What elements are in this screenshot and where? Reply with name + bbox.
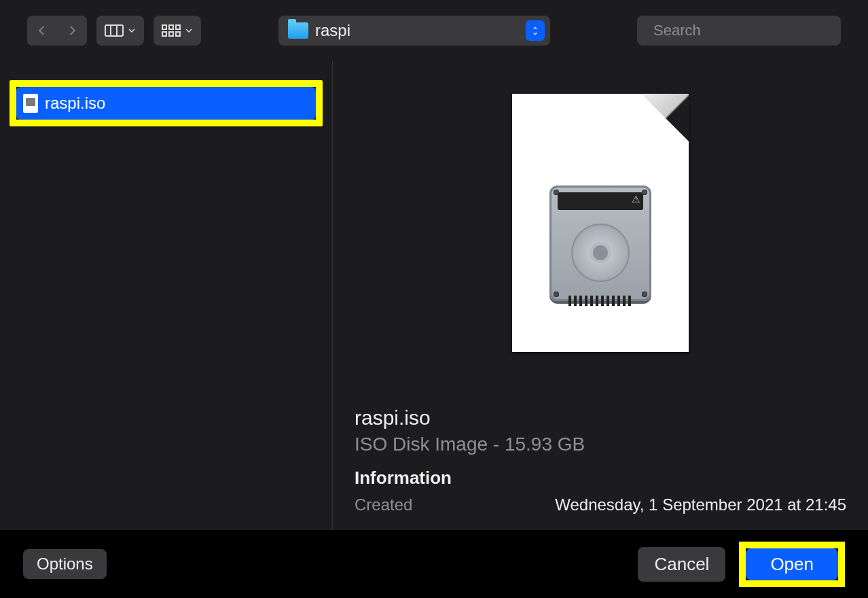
preview-filename: raspi.iso (355, 406, 846, 429)
svg-rect-6 (162, 32, 166, 36)
svg-rect-5 (176, 25, 180, 29)
chevron-right-icon (66, 24, 78, 37)
search-input[interactable] (653, 22, 840, 39)
folder-icon (288, 22, 308, 39)
svg-rect-4 (169, 25, 173, 29)
popup-indicator (526, 20, 545, 41)
chevron-down-icon (532, 31, 539, 36)
chevron-down-icon (185, 27, 193, 35)
view-grid-button[interactable] (153, 16, 201, 46)
file-row[interactable]: raspi.iso (16, 87, 316, 120)
file-name: raspi.iso (45, 94, 105, 113)
created-value: Wednesday, 1 September 2021 at 21:45 (555, 495, 846, 514)
svg-rect-3 (162, 25, 166, 29)
svg-rect-8 (176, 32, 180, 36)
grid-icon (162, 24, 181, 37)
path-popup-button[interactable]: raspi (278, 16, 550, 46)
svg-rect-0 (105, 25, 123, 36)
svg-rect-7 (169, 32, 173, 36)
chevron-left-icon (36, 24, 48, 37)
highlight-open-button: Open (739, 542, 845, 587)
created-label: Created (355, 495, 412, 514)
preview-kind-size: ISO Disk Image - 15.93 GB (355, 434, 846, 455)
options-button[interactable]: Options (23, 549, 107, 579)
open-button[interactable]: Open (746, 548, 838, 580)
page-curl-icon (641, 94, 689, 141)
toolbar: raspi (0, 0, 868, 61)
search-field[interactable] (637, 16, 841, 46)
file-preview-thumbnail (512, 94, 689, 352)
nav-buttons (27, 16, 87, 46)
preview-pane: raspi.iso ISO Disk Image - 15.93 GB Info… (333, 61, 868, 530)
view-columns-button[interactable] (96, 16, 144, 46)
forward-button[interactable] (57, 16, 87, 46)
iso-file-icon (23, 94, 38, 113)
chevron-down-icon (128, 27, 136, 35)
chevron-up-icon (532, 26, 539, 31)
dialog-footer: Options Cancel Open (0, 530, 868, 598)
columns-icon (105, 24, 124, 37)
disk-image-icon (549, 186, 651, 301)
path-label: raspi (315, 21, 519, 40)
info-heading: Information (355, 468, 846, 489)
highlight-selected-file: raspi.iso (10, 80, 323, 126)
file-list-pane: raspi.iso (0, 61, 333, 530)
cancel-button[interactable]: Cancel (638, 547, 725, 582)
back-button[interactable] (27, 16, 57, 46)
open-file-dialog: raspi raspi.iso (0, 0, 868, 530)
